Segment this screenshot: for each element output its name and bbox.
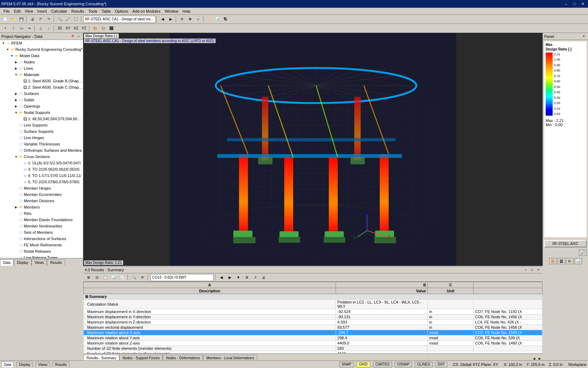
tree-item-lines[interactable]: ▶ 📄 Lines [0, 65, 83, 71]
tree-item-openings[interactable]: ▶ 📄 Openings [0, 103, 83, 109]
expand-surfaces[interactable]: ▶ [14, 92, 18, 95]
rf-steel-button[interactable]: RF-STEEL AISC [544, 240, 587, 247]
results-tb-sort[interactable]: ⟳ [139, 274, 146, 281]
menu-help[interactable]: Help [181, 8, 193, 14]
grid-indicator[interactable]: GRID [357, 362, 370, 367]
restore-button[interactable]: □ [570, 1, 578, 7]
panel-palette-icon[interactable]: 🎭 [566, 258, 574, 264]
tree-item-sets-members[interactable]: 📄 Sets of Members [0, 229, 83, 236]
menu-calculate[interactable]: Calculate [49, 8, 69, 14]
results-maximize-button[interactable]: □ [529, 267, 535, 273]
statusbar-tab-data[interactable]: Data [1, 362, 14, 367]
expand-company[interactable]: ▼ [6, 48, 10, 51]
rotate-button[interactable]: ⟳ [178, 16, 186, 23]
statusbar-tab-display[interactable]: Display [16, 362, 33, 367]
results-tb-btn5[interactable]: 📈 [118, 274, 126, 281]
expand-model-data[interactable]: ▼ [10, 54, 14, 57]
tree-item-member-nonlin[interactable]: 📄 Member Nonlinearities [0, 223, 83, 229]
print-button[interactable]: 🖨 [29, 16, 36, 23]
menu-edit[interactable]: Edit [12, 8, 23, 14]
results-close-button[interactable]: × [536, 267, 541, 273]
tree-item-mat2[interactable]: 🔲 2: Steel A500, Grade C (Shapes) [0, 84, 83, 90]
nav-tab-data[interactable]: Data [0, 259, 14, 266]
tree-item-cs5[interactable]: ▭ 5: TO 2/2/0.078/0.078/0.078/0. [0, 179, 83, 185]
fit-button[interactable]: ⛶ [72, 16, 80, 23]
menu-insert[interactable]: Insert [35, 8, 49, 14]
tree-item-member-ecc[interactable]: 📄 Member Eccentricities [0, 191, 83, 198]
nav-tab-views[interactable]: Views [31, 259, 47, 266]
results-tb-btn2[interactable]: ⊡ [93, 274, 101, 281]
tree-item-rfem[interactable]: ▼ 🖥 RFEM [0, 40, 83, 46]
nav-back[interactable]: ◀ [159, 16, 167, 23]
tree-item-line-hinges[interactable]: 📄 Line Hinges [0, 135, 83, 141]
tree-item-line-release-types[interactable]: 📄 Line Release Types [0, 254, 83, 258]
open-button[interactable]: 📂 [9, 16, 17, 23]
panel-zoom-button[interactable]: 🔎 [579, 250, 587, 256]
tree-item-materials[interactable]: ▼ 📁 Materials [0, 71, 83, 78]
wire-tb[interactable]: ⬡ [99, 25, 107, 32]
tree-item-nodal-sup1[interactable]: 🔲 1: 48,50,540,564,579,594,609,62 [0, 116, 83, 122]
results-table[interactable]: A B C Description Value Unit ⊞ Summary [83, 282, 542, 353]
expand-rfem[interactable]: ▼ [1, 42, 6, 45]
results-tb-btn1[interactable]: ⊞ [85, 274, 92, 281]
tree-item-surface-supports[interactable]: 📄 Surface Supports [0, 128, 83, 135]
nav-tab-results[interactable]: Results [47, 259, 65, 266]
expand-cs[interactable]: ▼ [14, 155, 18, 158]
color-tb[interactable]: 🎨 [91, 25, 99, 32]
menu-view[interactable]: View [23, 8, 35, 14]
tree-item-line-supports[interactable]: 📄 Line Supports [0, 122, 83, 128]
tree-item-ribs[interactable]: 📄 Ribs [0, 210, 83, 217]
load-tb[interactable]: ↓ [45, 25, 52, 32]
view-yz[interactable]: YZ [80, 25, 88, 32]
tree-item-intersect-surf[interactable]: 📄 Intersections of Surfaces [0, 236, 83, 242]
panel-table-icon[interactable]: 📊 [574, 258, 582, 264]
tree-item-solids[interactable]: ▶ 📄 Solids [0, 97, 83, 103]
line-tb[interactable]: / [9, 25, 17, 32]
results-filter-btn[interactable]: ▼ [234, 274, 242, 281]
rf-steel-tb[interactable]: 🏗 [222, 16, 229, 23]
pan-button[interactable]: ✥ [186, 16, 194, 23]
osnap-indicator[interactable]: OSNAP [395, 362, 412, 367]
redo-button[interactable]: ↷ [45, 16, 52, 23]
nav-close-button[interactable]: × [76, 34, 82, 39]
view-3d[interactable]: 3D [56, 25, 64, 32]
tree-item-cs1[interactable]: ▭ 1: UL(A) 6/2.5/2.5/0.047/0.047/ [0, 160, 83, 166]
minimize-button[interactable]: – [562, 1, 570, 7]
support-tb[interactable]: ⊥ [37, 25, 44, 32]
results-nav-next[interactable]: ▶ [226, 274, 234, 281]
cartes-indicator[interactable]: CARTES [373, 362, 392, 367]
expand-materials[interactable]: ▼ [14, 73, 18, 76]
scene-canvas[interactable]: X Z Y [83, 33, 542, 266]
panel-close-button[interactable]: × [581, 34, 587, 39]
tree-item-var-thick[interactable]: 📄 Variable Thicknesses [0, 141, 83, 147]
model-dropdown[interactable]: RF-STEEL AISC CA1 - Design of steel me..… [83, 16, 155, 23]
statusbar-tab-views[interactable]: Views [36, 362, 50, 367]
tree-item-members[interactable]: ▶ 📁 Members [0, 204, 83, 210]
results-load-case-dropdown[interactable]: CO13 - 0.6DL=0.6WY [150, 274, 214, 281]
results-export-btn[interactable]: ↗ [251, 274, 259, 281]
view-xy[interactable]: XY [64, 25, 72, 32]
results-minimize-button[interactable]: – [523, 267, 528, 273]
tree-item-nodes[interactable]: ▶ 📄 Nodes [0, 59, 83, 65]
expand-members[interactable]: ▶ [14, 206, 18, 209]
tree-item-cs[interactable]: ▼ 📁 Cross-Sections [0, 154, 83, 160]
zoom-out-button[interactable]: 🔎 [64, 16, 72, 23]
tree-item-nodal-releases[interactable]: 📄 Nodal Releases [0, 248, 83, 254]
surface-tb[interactable]: ▭ [18, 25, 25, 32]
results-tb-filter[interactable]: 🔍 [130, 274, 138, 281]
tree-item-member-div[interactable]: 📄 Member Divisions [0, 198, 83, 204]
snap-indicator[interactable]: SNAP [339, 362, 354, 367]
nav-tab-display[interactable]: Display [14, 259, 31, 266]
tree-item-cs4[interactable]: ▭ 4: TO 1.57/1.57/0.11/0.11/0.11/ [0, 172, 83, 179]
glines-indicator[interactable]: GLINES [415, 362, 433, 367]
results-print-btn[interactable]: 🖨 [260, 274, 267, 281]
save-button[interactable]: 💾 [18, 16, 25, 23]
member-tb[interactable]: ━ [26, 25, 33, 32]
tree-item-fe-mesh[interactable]: 📄 FE Mesh Refinements [0, 242, 83, 248]
undo-button[interactable]: ↶ [37, 16, 44, 23]
tree-item-ortho[interactable]: 📄 Orthotropic Surfaces and Membra [0, 147, 83, 154]
results-nav-prev[interactable]: ◀ [218, 274, 225, 281]
expand-nodal-sup[interactable]: ▼ [14, 111, 18, 114]
close-button[interactable]: ✕ [579, 1, 587, 7]
tree-item-nodal-supports[interactable]: ▼ 📁 Nodal Supports [0, 109, 83, 116]
